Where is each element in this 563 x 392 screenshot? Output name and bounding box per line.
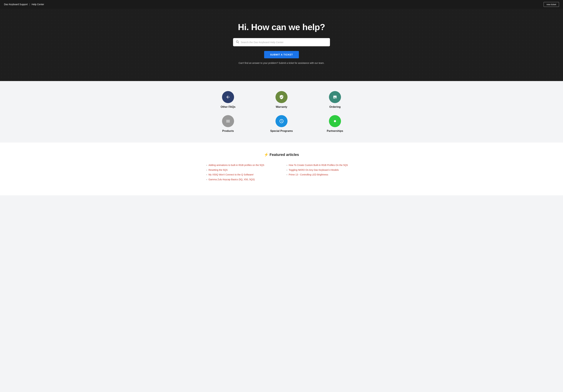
articles-right-column: •How To Create Custom Built-In RGB Profi… [286, 163, 357, 182]
header-nav: Das Keyboard Support | Help Center [4, 3, 44, 6]
article-title: My X50Q Won't Connect to the Q Software! [208, 173, 254, 176]
bullet: • [206, 173, 207, 177]
bullet: • [206, 169, 207, 172]
articles-columns: •Adding animations to built-in RGB profi… [206, 163, 357, 182]
category-label-products: Products [222, 130, 234, 132]
article-link[interactable]: •My X50Q Won't Connect to the Q Software… [206, 172, 277, 177]
article-title: Toggling NKRO On Any Das Keyboard 4 Mode… [289, 169, 339, 172]
article-link[interactable]: •Resetting the 5QS [206, 168, 277, 173]
category-item-ordering[interactable]: Ordering [313, 91, 357, 108]
svg-point-2 [334, 120, 336, 122]
article-title: How To Create Custom Built-In RGB Profil… [289, 164, 348, 167]
categories-section: Other FAQsWarrantyOrderingProductsSpecia… [0, 81, 563, 143]
hero-title: Hi. How can we help? [4, 22, 559, 32]
search-input[interactable] [241, 41, 327, 44]
article-title: Gamma Zulu Keycap Basics (5Q, X50, 5QS) [208, 178, 255, 181]
hero-section: Hi. How can we help? SUBMIT A TICKET Can… [0, 9, 563, 81]
category-icon-products [222, 115, 234, 127]
search-icon [236, 40, 239, 44]
article-title: Prime 13 - Controlling LED Brightness [289, 173, 328, 176]
search-box [233, 38, 330, 46]
article-link[interactable]: •Toggling NKRO On Any Das Keyboard 4 Mod… [286, 168, 357, 173]
bolt-icon: ⚡ [264, 153, 269, 157]
article-link[interactable]: •Adding animations to built-in RGB profi… [206, 163, 277, 168]
category-label-ordering: Ordering [329, 105, 341, 108]
category-item-products[interactable]: Products [206, 115, 250, 132]
bullet: • [206, 178, 207, 182]
article-title: Resetting the 5QS [208, 169, 228, 172]
category-item-other-faqs[interactable]: Other FAQs [206, 91, 250, 108]
separator: | [29, 3, 30, 6]
category-label-other-faqs: Other FAQs [221, 105, 236, 108]
bullet: • [206, 164, 207, 167]
bullet: • [286, 169, 287, 172]
category-item-special-programs[interactable]: Special Programs [260, 115, 303, 132]
article-link[interactable]: •How To Create Custom Built-In RGB Profi… [286, 163, 357, 168]
brand-name: Das Keyboard Support [4, 3, 28, 6]
new-ticket-button[interactable]: new ticket [544, 2, 559, 7]
bullet: • [286, 173, 287, 177]
category-icon-warranty [275, 91, 288, 103]
category-item-warranty[interactable]: Warranty [260, 91, 303, 108]
bullet: • [286, 164, 287, 167]
category-icon-ordering [329, 91, 341, 103]
site-header: Das Keyboard Support | Help Center new t… [0, 0, 563, 9]
featured-title-text: Featured articles [270, 153, 299, 157]
articles-left-column: •Adding animations to built-in RGB profi… [206, 163, 277, 182]
category-icon-partnerships [329, 115, 341, 127]
featured-section: ⚡ Featured articles •Adding animations t… [0, 143, 563, 195]
category-label-warranty: Warranty [276, 105, 287, 108]
svg-line-1 [238, 42, 239, 43]
submit-ticket-button[interactable]: SUBMIT A TICKET [264, 51, 299, 58]
featured-title: ⚡ Featured articles [7, 153, 556, 157]
category-icon-other-faqs [222, 91, 234, 103]
hero-subtext: Can't find an answer to your problem? Su… [4, 62, 559, 64]
category-icon-special-programs [275, 115, 288, 127]
categories-grid: Other FAQsWarrantyOrderingProductsSpecia… [206, 91, 357, 132]
article-title: Adding animations to built-in RGB profil… [208, 164, 264, 167]
category-item-partnerships[interactable]: Partnerships [313, 115, 357, 132]
category-label-partnerships: Partnerships [327, 130, 343, 132]
category-label-special-programs: Special Programs [270, 130, 293, 132]
help-center-link[interactable]: Help Center [32, 3, 44, 6]
article-link[interactable]: •Prime 13 - Controlling LED Brightness [286, 172, 357, 177]
article-link[interactable]: •Gamma Zulu Keycap Basics (5Q, X50, 5QS) [206, 177, 277, 182]
